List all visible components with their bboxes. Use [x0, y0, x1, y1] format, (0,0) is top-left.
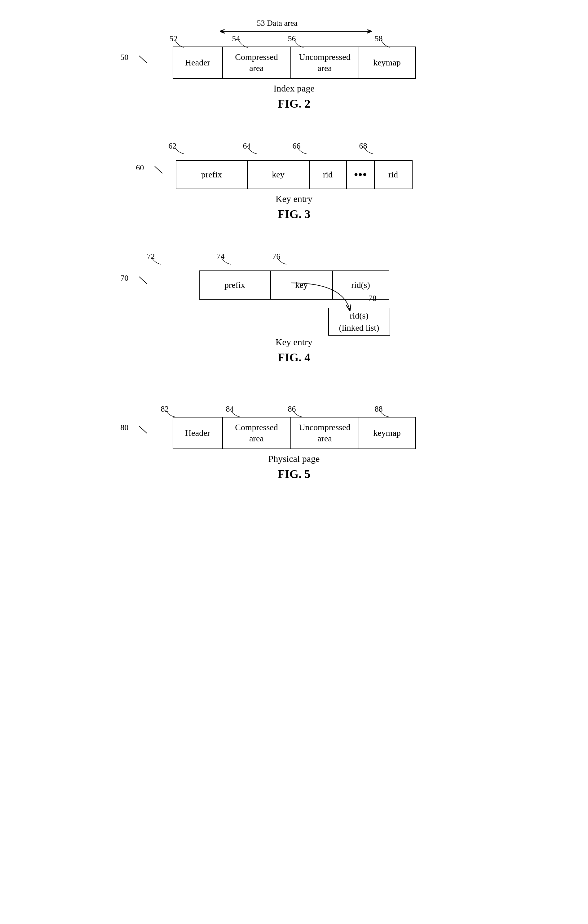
fig2-compressed-cell: Compressedarea [223, 47, 291, 78]
svg-line-0 [139, 56, 147, 63]
svg-line-2 [155, 166, 162, 173]
fig3-prefix-cell: prefix [176, 161, 248, 188]
fig3-rid2-cell: rid [375, 161, 412, 188]
page: 50 53 Data area [0, 0, 588, 924]
fig3-box-row: prefix key rid ••• rid [176, 160, 413, 189]
fig3-rid-cell: rid [310, 161, 347, 188]
fig5-keymap-cell: keymap [359, 417, 415, 449]
fig5-compressed-cell: Compressedarea [223, 417, 291, 449]
fig2-box-row: Header Compressedarea Uncompressedarea k… [173, 46, 416, 79]
fig3-dots: ••• [347, 161, 375, 188]
fig5-label: FIG. 5 [124, 467, 464, 481]
svg-line-4 [139, 426, 147, 433]
ref-78: 78 [369, 294, 377, 303]
figure-2-section: 50 53 Data area [25, 18, 563, 111]
fig4-linked-box: rid(s)(linked list) [328, 308, 390, 336]
fig5-caption: Physical page [124, 454, 464, 464]
fig3-caption: Key entry [139, 193, 449, 204]
svg-line-3 [139, 277, 147, 284]
fig3-label: FIG. 3 [139, 207, 449, 221]
figure-4-section: 70 72 74 76 prefix key rid( [25, 246, 563, 364]
figure-5-section: 80 82 84 86 88 [25, 389, 563, 481]
fig5-diagram: 80 82 84 86 88 [124, 389, 464, 481]
fig2-caption: Index page [124, 83, 464, 94]
fig2-label: FIG. 2 [124, 97, 464, 111]
fig2-header-cell: Header [173, 47, 223, 78]
fig2-keymap-cell: keymap [359, 47, 415, 78]
fig2-uncompressed-cell: Uncompressedarea [291, 47, 359, 78]
fig5-box-row: Header Compressedarea Uncompressedarea k… [173, 417, 416, 449]
fig4-label: FIG. 4 [124, 350, 464, 364]
fig4-prefix-cell: prefix [199, 271, 271, 299]
fig4-caption: Key entry [124, 337, 464, 347]
ref-70: 70 [120, 274, 128, 283]
ref-50: 50 [120, 53, 128, 62]
fig5-uncompressed-cell: Uncompressedarea [291, 417, 359, 449]
ref-60: 60 [136, 163, 144, 172]
fig2-diagram: 50 53 Data area [124, 18, 464, 111]
fig5-header-cell: Header [173, 417, 223, 449]
fig3-key-cell: key [248, 161, 310, 188]
fig3-diagram: 60 62 64 66 68 [139, 135, 449, 221]
ref-80: 80 [120, 423, 128, 432]
figure-3-section: 60 62 64 66 68 [25, 135, 563, 221]
fig4-diagram: 70 72 74 76 prefix key rid( [124, 246, 464, 364]
